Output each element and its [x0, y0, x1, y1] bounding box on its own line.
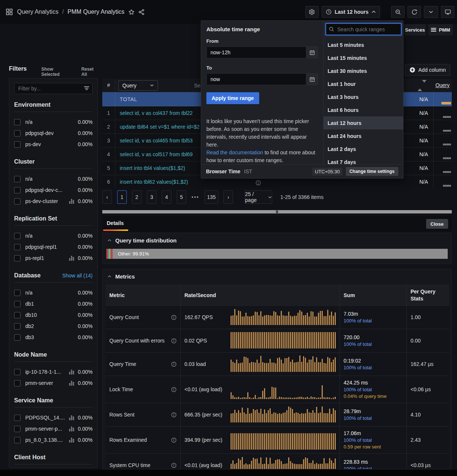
bar-chart-icon[interactable] — [69, 380, 74, 386]
filter-checkbox[interactable] — [14, 415, 20, 421]
info-icon[interactable] — [171, 412, 177, 418]
dashboards-grid-icon[interactable] — [6, 9, 13, 15]
page-size-select[interactable]: 25 / page — [245, 190, 272, 204]
metric-rate-cell: 162.67 QPS — [181, 306, 340, 329]
percent-of-total-link[interactable]: 100% of total — [344, 318, 403, 324]
per-query-stats-cell: 1.00 — [407, 306, 449, 329]
filter-checkbox[interactable] — [14, 312, 20, 318]
from-calendar-button[interactable] — [306, 46, 318, 58]
quick-range-option[interactable]: Last 1 hour — [324, 77, 403, 90]
sort-column-icon[interactable] — [418, 83, 427, 89]
filter-checkbox[interactable] — [14, 255, 20, 261]
quick-range-option[interactable]: Last 2 days — [324, 142, 403, 155]
filter-checkbox[interactable] — [14, 119, 20, 125]
share-icon[interactable] — [138, 9, 145, 15]
filter-checkbox[interactable] — [14, 141, 20, 148]
quick-range-option[interactable]: Last 5 minutes — [324, 38, 403, 51]
info-icon[interactable] — [171, 437, 177, 443]
close-details-button[interactable]: Close — [426, 219, 448, 229]
percent-of-total-link[interactable]: 100% of total — [344, 341, 403, 347]
filter-option-row: ps-dev-cluster0.00% — [14, 196, 93, 207]
filter-checkbox[interactable] — [14, 369, 20, 375]
tv-kiosk-mode-button[interactable] — [441, 6, 454, 18]
filter-checkbox[interactable] — [14, 426, 20, 432]
bar-chart-icon[interactable] — [69, 199, 74, 204]
percent-of-total-link[interactable]: 100% of total — [344, 365, 403, 370]
change-time-settings-button[interactable]: Change time settings — [346, 167, 398, 176]
filter-checkbox[interactable] — [14, 233, 20, 239]
filter-checkbox[interactable] — [14, 187, 20, 193]
filter-checkbox[interactable] — [14, 380, 20, 386]
filter-checkbox[interactable] — [14, 130, 20, 136]
quick-range-option[interactable]: Last 12 hours — [324, 116, 403, 129]
bar-chart-icon[interactable] — [69, 437, 74, 443]
filter-checkbox[interactable] — [14, 334, 20, 341]
info-icon[interactable] — [171, 387, 177, 392]
breadcrumb-section[interactable]: Query Analytics — [17, 9, 58, 15]
quick-range-option[interactable]: Last 24 hours — [324, 129, 403, 142]
info-icon[interactable] — [171, 338, 177, 344]
info-icon[interactable] — [171, 361, 177, 367]
details-tab[interactable]: Details — [107, 220, 124, 226]
percent-of-total-link[interactable]: 100% of total — [344, 437, 403, 443]
page-number-button[interactable]: 1 — [117, 190, 127, 204]
filter-checkbox[interactable] — [14, 176, 20, 182]
quick-range-option[interactable]: Last 7 days — [324, 155, 403, 165]
quick-range-option[interactable]: Last 30 minutes — [324, 64, 403, 77]
filter-checkbox[interactable] — [14, 437, 20, 443]
bar-chart-icon[interactable] — [69, 255, 74, 261]
reset-all-link[interactable]: Reset All — [81, 67, 98, 77]
info-icon[interactable] — [171, 315, 177, 320]
filter-checkbox[interactable] — [14, 301, 20, 307]
collapse-chevron-icon[interactable] — [107, 239, 112, 242]
page-number-button[interactable]: 2 — [132, 190, 142, 204]
pmm-menu-button[interactable]: PMM — [428, 24, 453, 35]
percent-of-total-link[interactable]: 100% of total — [344, 415, 403, 421]
filter-checkbox[interactable] — [14, 323, 20, 329]
read-documentation-link[interactable]: Read the documentation — [206, 149, 263, 155]
refresh-button[interactable] — [408, 6, 421, 18]
show-selected-link[interactable]: Show Selected — [41, 67, 69, 77]
info-icon[interactable] — [171, 463, 177, 468]
last-page-button[interactable]: 135 — [205, 190, 218, 204]
panel-resize-splitter[interactable] — [102, 210, 452, 213]
filter-by-input[interactable] — [14, 83, 93, 94]
filter-checkbox[interactable] — [14, 198, 20, 205]
apply-time-range-button[interactable]: Apply time range — [206, 92, 259, 104]
collapse-chevron-icon[interactable] — [107, 275, 112, 278]
services-button[interactable]: Services — [404, 24, 426, 35]
group-by-dropdown[interactable]: Query — [118, 80, 158, 91]
filter-checkbox[interactable] — [14, 290, 20, 296]
page-number-button[interactable]: 5 — [177, 190, 186, 204]
toolbar-actions: Last 12 hours — [305, 6, 454, 18]
from-input[interactable] — [206, 46, 306, 58]
add-column-button[interactable]: Add column — [405, 64, 450, 76]
page-number-button[interactable]: 3 — [147, 190, 157, 204]
show-all-link[interactable]: Show all (14) — [62, 273, 93, 279]
quick-range-option[interactable]: Last 3 hours — [324, 90, 403, 103]
query-count-column-header[interactable]: Query — [435, 82, 450, 88]
to-calendar-button[interactable] — [306, 73, 318, 85]
dashboard-settings-button[interactable] — [305, 6, 319, 18]
quick-range-option[interactable]: Last 6 hours — [324, 103, 403, 116]
bar-chart-icon[interactable] — [69, 415, 74, 420]
search-quick-ranges-input[interactable] — [325, 23, 402, 35]
filter-checkbox[interactable] — [14, 244, 20, 250]
metrics-table-row: Rows Examined394.99 (per sec)17.06m100% … — [106, 427, 449, 454]
page-number-button[interactable]: 4 — [162, 190, 171, 204]
refresh-interval-dropdown[interactable] — [424, 6, 438, 18]
percent-of-total-link[interactable]: 100% of total — [344, 466, 403, 469]
next-page-button[interactable]: › — [223, 190, 233, 204]
query-fingerprint-link[interactable]: insert into tbl62 values($1,$2) — [120, 179, 389, 185]
zoom-out-time-button[interactable] — [391, 6, 405, 18]
previous-page-button[interactable]: ‹ — [102, 190, 112, 204]
items-range-info: 1-25 of 3366 items — [280, 194, 324, 200]
quick-range-option[interactable]: Last 15 minutes — [324, 51, 403, 64]
star-favorite-icon[interactable] — [128, 9, 135, 15]
percent-of-total-link[interactable]: 100% of total — [344, 387, 403, 392]
time-range-picker-button[interactable]: Last 12 hours — [322, 6, 380, 18]
info-icon[interactable] — [255, 180, 261, 186]
bar-chart-icon[interactable] — [69, 426, 74, 431]
to-input[interactable] — [206, 73, 306, 85]
bar-chart-icon[interactable] — [69, 369, 74, 374]
